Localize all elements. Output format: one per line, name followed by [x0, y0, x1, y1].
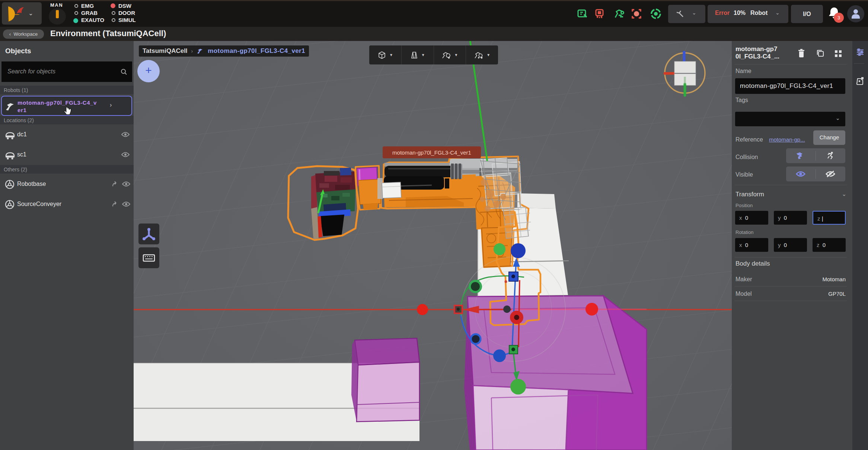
svg-text:motoman-gp70l_FGL3-C4_ver1: motoman-gp70l_FGL3-C4_ver1: [392, 149, 471, 156]
